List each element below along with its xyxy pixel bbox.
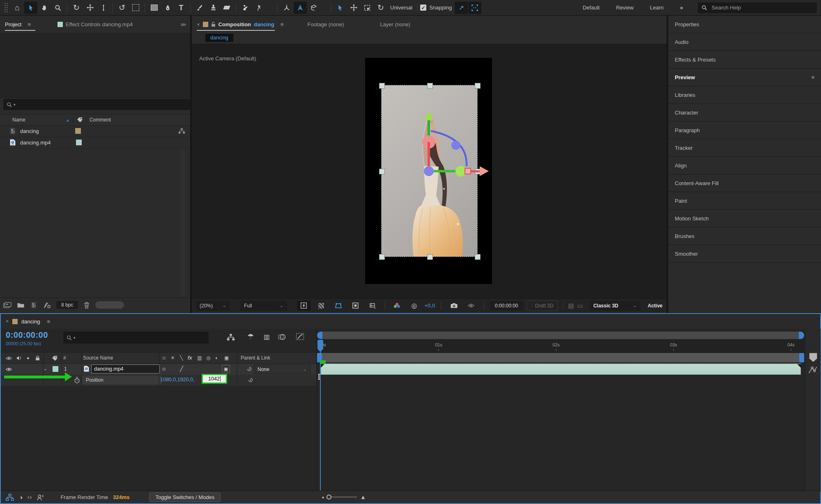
tab-effect-controls[interactable]: Effect Controls dancing.mp4 — [57, 21, 133, 27]
scrollbar-left-cap[interactable] — [317, 332, 322, 339]
quality-column-icon[interactable]: ╲ — [180, 355, 183, 361]
more-tabs-chevron[interactable]: »» — [180, 21, 185, 27]
parent-pickwhip-icon[interactable] — [246, 366, 252, 372]
composition-mini-flowchart-button[interactable] — [227, 334, 235, 341]
orbit-camera-tool[interactable]: ↻ — [70, 2, 83, 14]
gizmo-select-mode[interactable] — [333, 2, 347, 14]
gizmo-rotate-mode[interactable]: ↻ — [374, 2, 387, 14]
workspace-default[interactable]: Default — [583, 5, 600, 11]
bit-depth-button[interactable]: 8 bpc — [56, 301, 78, 309]
panel-resize-pill[interactable] — [95, 301, 124, 309]
effects-column-icon[interactable]: fx — [188, 355, 192, 361]
label-column-icon[interactable] — [77, 117, 83, 123]
snapping-checkbox[interactable]: ✓ — [420, 5, 426, 11]
panel-menu-icon[interactable]: ≡ — [47, 318, 51, 325]
collapse-column-icon[interactable]: ☀ — [170, 355, 175, 361]
project-item-dancing-mp4[interactable]: dancing.mp4 — [0, 137, 190, 149]
new-folder-icon[interactable] — [17, 302, 24, 308]
zoom-slider-track[interactable] — [328, 497, 357, 497]
tab-project[interactable]: Project ≡ — [5, 21, 31, 27]
zoom-tool[interactable] — [51, 2, 64, 14]
panel-motion-sketch[interactable]: Motion Sketch — [668, 210, 821, 227]
pan-camera-tool[interactable] — [83, 2, 97, 14]
world-axis-mode[interactable] — [294, 2, 307, 14]
eraser-tool[interactable] — [220, 2, 233, 14]
close-tab-icon[interactable]: × — [197, 21, 200, 27]
property-pickwhip-icon[interactable] — [248, 377, 253, 383]
position-values[interactable]: 1080,0,1920,0, — [160, 377, 194, 383]
work-area-end-handle[interactable] — [799, 353, 804, 362]
tab-composition-dancing[interactable]: × Composition dancing ≡ — [197, 21, 283, 27]
timeline-search-input[interactable] — [77, 334, 205, 341]
shy-column-icon[interactable]: ☺ — [161, 355, 166, 361]
layer-visibility-eye-icon[interactable] — [6, 367, 12, 371]
panel-align[interactable]: Align — [668, 157, 821, 174]
render-engine-icon[interactable] — [43, 302, 51, 308]
stopwatch-icon[interactable] — [74, 377, 80, 383]
gizmo-scale-mode[interactable] — [361, 2, 374, 14]
project-scrollbar-track[interactable] — [181, 149, 185, 296]
tab-layer[interactable]: Layer (none) — [380, 21, 410, 27]
layer-duration-bar[interactable] — [321, 364, 801, 375]
column-number[interactable]: # — [63, 355, 66, 361]
playhead-handle[interactable] — [317, 340, 323, 349]
panel-menu-icon[interactable]: ≡ — [28, 21, 31, 27]
composition-viewer[interactable]: Active Camera (Default) — [192, 44, 667, 298]
property-name[interactable]: Position — [82, 376, 161, 385]
rectangle-tool[interactable] — [147, 2, 161, 14]
layer-name-field[interactable]: dancing.mp4 — [91, 364, 160, 373]
clone-stamp-tool[interactable] — [207, 2, 220, 14]
panel-paint[interactable]: Paint — [668, 192, 821, 210]
view-layout-label[interactable]: Active — [648, 303, 662, 309]
camera-tool[interactable] — [129, 2, 142, 14]
toggle-switches-modes-button[interactable]: Toggle Switches / Modes — [149, 493, 221, 502]
help-search-box[interactable] — [698, 2, 817, 13]
time-ruler[interactable]: 0s 01s 02s 03s 04s — [316, 340, 806, 353]
trash-icon[interactable] — [84, 302, 90, 309]
rotate-tool[interactable]: ↺ — [115, 2, 129, 14]
workspace-review[interactable]: Review — [616, 5, 634, 11]
work-area-bar[interactable] — [317, 353, 804, 362]
region-of-interest-button[interactable] — [349, 301, 363, 311]
composition-mini-flowchart-icon[interactable] — [6, 494, 14, 501]
lock-column-icon[interactable] — [35, 355, 40, 361]
expand-collapse-icon[interactable]: ‹› — [28, 494, 32, 500]
dolly-camera-tool[interactable] — [97, 2, 110, 14]
item-label-color[interactable] — [75, 128, 81, 134]
panel-menu-icon[interactable]: ≡ — [811, 74, 814, 80]
snap-beyond-edges-toggle[interactable] — [468, 2, 481, 14]
view-axis-mode[interactable] — [307, 2, 320, 14]
pen-tool[interactable] — [161, 2, 174, 14]
panel-paragraph[interactable]: Paragraph — [668, 121, 821, 139]
comp-marker-bin-icon[interactable] — [809, 353, 818, 362]
exposure-reset-button[interactable]: ◎ — [407, 301, 421, 311]
help-search-input[interactable] — [711, 4, 813, 11]
grid-guides-button[interactable] — [366, 301, 380, 311]
unlock-icon[interactable] — [211, 22, 216, 27]
universal-gizmo-label[interactable]: Universal — [390, 5, 412, 11]
panel-properties[interactable]: Properties — [668, 16, 821, 33]
layer-label-color[interactable] — [53, 366, 58, 372]
close-tab-icon[interactable]: × — [6, 318, 9, 324]
column-name[interactable]: Name — [12, 117, 25, 123]
preview-timecode[interactable]: 0:00:00:00 — [490, 301, 523, 310]
graph-editor-mini-icon[interactable] — [807, 366, 818, 375]
zoom-out-mountain-icon[interactable]: ▲ — [321, 495, 325, 499]
show-snapshot-button[interactable] — [464, 301, 478, 311]
sort-ascending-icon[interactable]: ▲ — [66, 118, 70, 122]
new-composition-icon[interactable] — [30, 302, 37, 308]
parent-dropdown[interactable]: None ⌄ — [254, 364, 310, 374]
scrollbar-right-cap[interactable] — [799, 332, 804, 339]
home-button[interactable]: ⌂ — [11, 2, 24, 14]
extended-viewer-icon[interactable]: ▭ — [577, 302, 583, 309]
panel-audio[interactable]: Audio — [668, 33, 821, 51]
transparency-grid-button[interactable] — [314, 301, 328, 311]
item-label-color[interactable] — [76, 140, 82, 145]
snapshot-button[interactable] — [447, 301, 461, 311]
mask-visibility-button[interactable] — [331, 301, 345, 311]
panel-libraries[interactable]: Libraries — [668, 86, 821, 104]
toolbar-grip-handle[interactable] — [4, 2, 8, 13]
subtab-dancing[interactable]: dancing — [205, 34, 233, 42]
transform-gizmo[interactable] — [365, 58, 492, 284]
frame-blending-toggle-icon[interactable]: ▥ — [264, 333, 270, 341]
